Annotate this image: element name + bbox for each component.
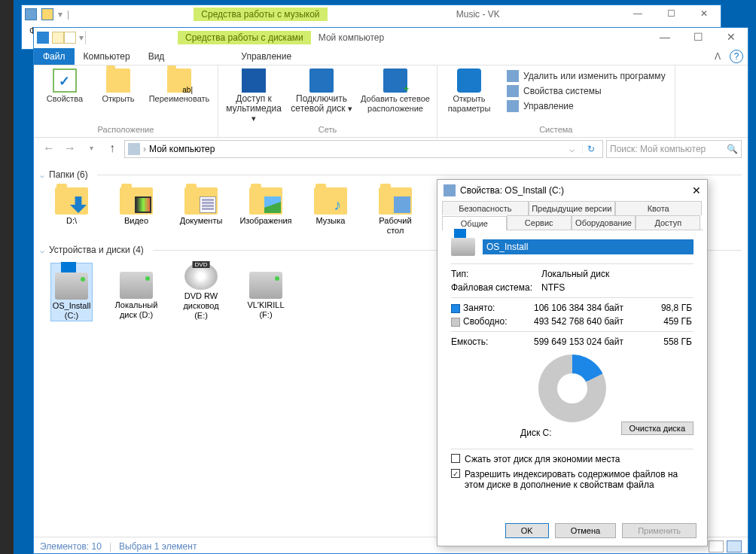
folder-desktop[interactable]: Рабочий стол: [374, 187, 416, 236]
maximize-button[interactable]: ☐: [681, 29, 715, 46]
volume-name-input[interactable]: [483, 239, 694, 254]
app-icon: [25, 8, 37, 20]
qat-new-folder-icon[interactable]: [64, 32, 76, 44]
disk-usage-donut: [538, 355, 606, 422]
properties-icon: [53, 68, 77, 93]
used-label: Занято:: [463, 303, 495, 313]
folder-documents[interactable]: Документы: [180, 187, 222, 236]
tab-quota[interactable]: Квота: [615, 201, 702, 215]
up-button[interactable]: ↑: [103, 140, 121, 158]
minimize-button[interactable]: —: [648, 29, 681, 46]
system-properties-button[interactable]: Свойства системы: [507, 85, 666, 97]
pc-app-icon: [37, 32, 49, 44]
capacity-bytes: 599 649 153 024 байт: [534, 336, 647, 347]
help-icon[interactable]: ?: [730, 50, 743, 63]
properties-button[interactable]: Свойства: [38, 67, 91, 104]
computer-tab[interactable]: Компьютер: [75, 48, 139, 65]
rename-button[interactable]: ab| Переименовать: [145, 67, 213, 104]
status-selected: Выбран 1 элемент: [119, 541, 197, 552]
type-value: Локальный диск: [541, 269, 694, 279]
file-tab[interactable]: Файл: [34, 48, 75, 65]
media-icon: [242, 68, 266, 93]
refresh-button[interactable]: ↻: [582, 144, 599, 154]
tab-access[interactable]: Доступ: [636, 215, 700, 230]
group-system-label: Система: [539, 123, 572, 135]
group-network-label: Сеть: [319, 123, 337, 135]
manage-button[interactable]: Управление: [507, 100, 666, 112]
drive-f[interactable]: VL'KIRILL (F:): [245, 263, 287, 321]
view-tab[interactable]: Вид: [139, 48, 174, 65]
map-drive-button[interactable]: Подключить сетевой диск ▾: [291, 67, 352, 114]
index-checkbox[interactable]: ✓ Разрешить индексировать содержимое фай…: [451, 469, 694, 490]
address-bar[interactable]: › Мой компьютер ⌵ ↻: [124, 140, 603, 158]
folder-images[interactable]: Изображения: [245, 187, 287, 236]
tab-previous[interactable]: Предыдущие версии: [529, 201, 615, 215]
pc-window-title: Мой компьютер: [319, 32, 384, 43]
used-gb: 98,8 ГБ: [647, 303, 692, 313]
sysprops-icon: [507, 85, 519, 97]
close-button[interactable]: ✕: [687, 7, 721, 22]
disk-cleanup-button[interactable]: Очистка диска: [621, 422, 694, 435]
music-window-title: Music - VK: [456, 9, 500, 20]
details-view-button[interactable]: [709, 540, 724, 552]
type-label: Тип:: [451, 269, 541, 279]
folders-group-header[interactable]: ⌵ Папки (6): [40, 169, 742, 180]
history-dropdown[interactable]: ▾: [82, 140, 100, 158]
disk-label: Диск C:: [520, 428, 551, 438]
uninstall-program-button[interactable]: Удалить или изменить программу: [507, 70, 666, 82]
manage-icon: [507, 100, 519, 112]
qat-properties-icon[interactable]: [52, 32, 64, 44]
media-access-button[interactable]: Доступ к мультимедиа ▾: [223, 67, 285, 123]
open-button[interactable]: Открыть: [97, 67, 139, 104]
rename-icon: ab|: [167, 68, 191, 93]
folder-icon[interactable]: [41, 8, 53, 20]
properties-dialog: Свойства: OS_Install (C:) ✕ Безопасность…: [437, 179, 708, 546]
drive-context-tab[interactable]: Средства работы с дисками: [178, 31, 311, 44]
maximize-button[interactable]: ☐: [654, 7, 687, 22]
drive-c[interactable]: OS_Install (C:): [50, 263, 93, 321]
collapse-ribbon[interactable]: ᐱ: [710, 51, 725, 62]
music-context-tab[interactable]: Средства работы с музыкой: [194, 8, 327, 21]
search-icon: 🔍: [727, 144, 738, 154]
close-button[interactable]: ✕: [692, 184, 701, 196]
drive-d[interactable]: Локальный диск (D:): [115, 263, 157, 321]
address-dropdown[interactable]: ⌵: [565, 144, 579, 154]
add-network-button[interactable]: + Добавить сетевое расположение: [358, 67, 432, 114]
group-location-label: Расположение: [98, 123, 154, 135]
add-net-icon: +: [383, 68, 407, 93]
fs-value: NTFS: [541, 282, 694, 293]
free-label: Свободно:: [463, 316, 508, 327]
gear-icon: [457, 68, 481, 93]
fs-label: Файловая система:: [451, 282, 541, 293]
back-button[interactable]: ←: [40, 140, 58, 158]
minimize-button[interactable]: —: [621, 7, 654, 22]
tab-hardware[interactable]: Оборудование: [572, 215, 636, 230]
open-settings-button[interactable]: Открыть параметры: [442, 67, 496, 114]
cancel-button[interactable]: Отмена: [555, 523, 616, 538]
search-box[interactable]: Поиск: Мой компьютер 🔍: [606, 140, 742, 158]
apply-button[interactable]: Применить: [622, 523, 697, 538]
pc-icon: [128, 143, 140, 155]
capacity-label: Емкость:: [451, 336, 534, 347]
tab-service[interactable]: Сервис: [507, 215, 572, 230]
address-path: Мой компьютер: [149, 144, 215, 154]
uninstall-icon: [507, 70, 519, 82]
forward-button[interactable]: →: [61, 140, 79, 158]
icons-view-button[interactable]: [727, 540, 742, 552]
compress-checkbox[interactable]: Сжать этот диск для экономии места: [451, 454, 694, 464]
tab-security[interactable]: Безопасность: [442, 201, 529, 215]
capacity-gb: 558 ГБ: [647, 336, 692, 347]
properties-title: Свойства: OS_Install (C:): [460, 185, 564, 196]
folder-music[interactable]: ♪Музыка: [309, 187, 352, 236]
free-gb: 459 ГБ: [647, 316, 692, 327]
manage-tab[interactable]: Управление: [232, 48, 300, 65]
tab-general[interactable]: Общие: [442, 216, 507, 230]
folder-d[interactable]: D:\: [50, 187, 93, 236]
volume-icon: [451, 238, 475, 256]
folder-video[interactable]: Видео: [115, 187, 157, 236]
close-button[interactable]: ✕: [715, 29, 748, 46]
used-bytes: 106 106 384 384 байт: [534, 303, 647, 313]
ok-button[interactable]: OK: [505, 523, 549, 538]
drive-dvd[interactable]: DVDDVD RW дисковод (E:): [180, 263, 222, 321]
map-drive-icon: [309, 68, 334, 93]
